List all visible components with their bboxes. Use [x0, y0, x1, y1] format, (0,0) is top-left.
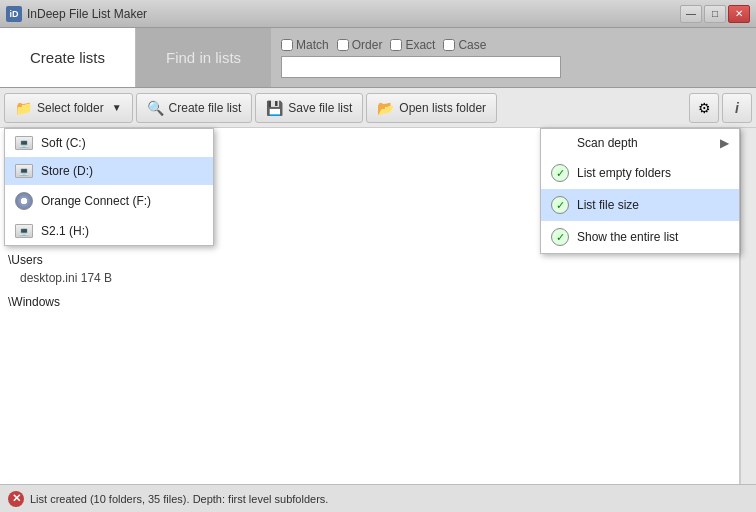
tab-create-lists[interactable]: Create lists [0, 28, 136, 87]
folder-dropdown-item-soft[interactable]: 💻Soft (C:) [5, 129, 213, 157]
status-bar: ✕ List created (10 folders, 35 files). D… [0, 484, 756, 512]
hdd-icon: 💻 [15, 136, 33, 150]
exact-label: Exact [405, 38, 435, 52]
list-item: \Windows [8, 290, 731, 314]
file-subitem: desktop.ini 174 B [8, 269, 731, 287]
check-icon: ✓ [551, 228, 569, 246]
match-label: Match [296, 38, 329, 52]
open-folder-icon: 📂 [377, 100, 394, 116]
settings-item-scan_depth[interactable]: Scan depth▶ [541, 129, 739, 157]
app-icon: iD [6, 6, 22, 22]
file-path: \Windows [8, 293, 731, 311]
settings-item-list_file_size[interactable]: ✓List file size [541, 189, 739, 221]
order-checkbox[interactable] [337, 39, 349, 51]
order-checkbox-item[interactable]: Order [337, 38, 383, 52]
title-bar: iD InDeep File List Maker — □ ✕ [0, 0, 756, 28]
drive-label: Store (D:) [41, 164, 93, 178]
tab-bar: Create lists Find in lists Match Order E… [0, 28, 756, 88]
drive-label: Soft (C:) [41, 136, 86, 150]
case-checkbox-item[interactable]: Case [443, 38, 486, 52]
folder-dropdown-item-store[interactable]: 💻Store (D:) [5, 157, 213, 185]
settings-item-label: List file size [577, 198, 639, 212]
select-folder-label: Select folder [37, 101, 104, 115]
settings-item-label: Show the entire list [577, 230, 678, 244]
window-controls: — □ ✕ [680, 5, 750, 23]
drive-label: Orange Connect (F:) [41, 194, 151, 208]
drive-label: S2.1 (H:) [41, 224, 89, 238]
find-options-area: Match Order Exact Case [271, 28, 756, 87]
settings-item-label: Scan depth [577, 136, 638, 150]
exact-checkbox[interactable] [390, 39, 402, 51]
hdd-icon: 💻 [15, 164, 33, 178]
app-title: InDeep File List Maker [27, 7, 680, 21]
main-area: \Program Filesdesktop.ini 174 B\ProgramD… [0, 128, 756, 484]
settings-item-list_empty[interactable]: ✓List empty folders [541, 157, 739, 189]
match-checkbox[interactable] [281, 39, 293, 51]
check-icon: ✓ [551, 196, 569, 214]
save-file-list-button[interactable]: 💾 Save file list [255, 93, 363, 123]
status-text: List created (10 folders, 35 files). Dep… [30, 493, 328, 505]
submenu-arrow-icon: ▶ [720, 136, 729, 150]
save-icon: 💾 [266, 100, 283, 116]
folder-icon: 📁 [15, 100, 32, 116]
folder-dropdown-item-s21[interactable]: 💻S2.1 (H:) [5, 217, 213, 245]
open-lists-folder-button[interactable]: 📂 Open lists folder [366, 93, 497, 123]
settings-item-label: List empty folders [577, 166, 671, 180]
toolbar: 📁 Select folder ▼ 🔍 Create file list 💾 S… [0, 88, 756, 128]
dropdown-arrow-icon: ▼ [112, 102, 122, 113]
maximize-button[interactable]: □ [704, 5, 726, 23]
find-search-input[interactable] [281, 56, 561, 78]
find-checkboxes: Match Order Exact Case [281, 38, 486, 52]
close-button[interactable]: ✕ [728, 5, 750, 23]
search-icon: 🔍 [147, 100, 164, 116]
tab-find-in-lists[interactable]: Find in lists [136, 28, 271, 87]
hdd-icon: 💻 [15, 224, 33, 238]
case-label: Case [458, 38, 486, 52]
settings-button[interactable]: ⚙ [689, 93, 719, 123]
exact-checkbox-item[interactable]: Exact [390, 38, 435, 52]
folder-dropdown: 💻Soft (C:)💻Store (D:)Orange Connect (F:)… [4, 128, 214, 246]
settings-dropdown: Scan depth▶✓List empty folders✓List file… [540, 128, 740, 254]
select-folder-button[interactable]: 📁 Select folder ▼ [4, 93, 133, 123]
list-item: \Usersdesktop.ini 174 B [8, 248, 731, 290]
create-file-list-button[interactable]: 🔍 Create file list [136, 93, 253, 123]
create-list-label: Create file list [169, 101, 242, 115]
gear-icon: ⚙ [698, 100, 711, 116]
check-icon: ✓ [551, 164, 569, 182]
status-icon: ✕ [8, 491, 24, 507]
open-folder-label: Open lists folder [399, 101, 486, 115]
cd-icon [15, 192, 33, 210]
save-list-label: Save file list [288, 101, 352, 115]
match-checkbox-item[interactable]: Match [281, 38, 329, 52]
info-icon: i [735, 100, 739, 116]
minimize-button[interactable]: — [680, 5, 702, 23]
folder-dropdown-item-orange[interactable]: Orange Connect (F:) [5, 185, 213, 217]
scrollbar[interactable] [740, 128, 756, 484]
info-button[interactable]: i [722, 93, 752, 123]
order-label: Order [352, 38, 383, 52]
case-checkbox[interactable] [443, 39, 455, 51]
settings-item-show_entire[interactable]: ✓Show the entire list [541, 221, 739, 253]
